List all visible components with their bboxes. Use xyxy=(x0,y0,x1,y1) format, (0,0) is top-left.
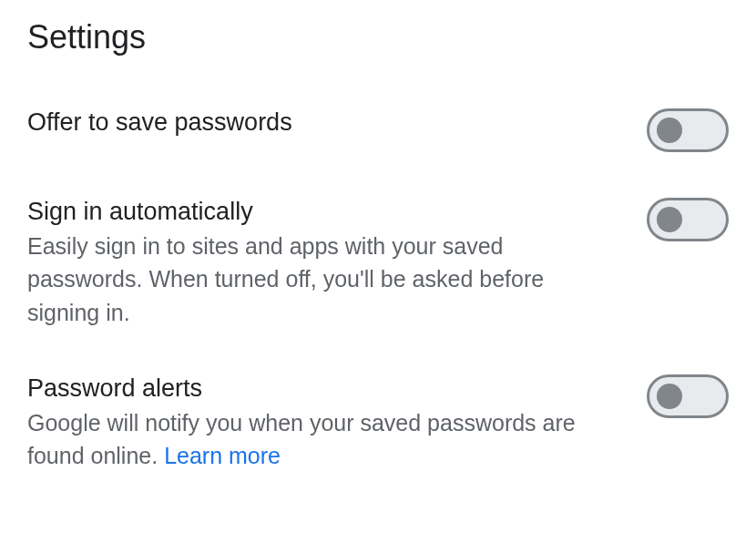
setting-text: Password alerts Google will notify you w… xyxy=(27,373,647,473)
setting-row-sign-in-auto: Sign in automatically Easily sign in to … xyxy=(27,196,729,329)
toggle-knob-icon xyxy=(657,118,682,143)
setting-title: Sign in automatically xyxy=(27,196,619,228)
setting-description-text: Google will notify you when your saved p… xyxy=(27,410,576,468)
setting-row-password-alerts: Password alerts Google will notify you w… xyxy=(27,373,729,473)
page-title: Settings xyxy=(27,18,729,56)
setting-title: Password alerts xyxy=(27,373,619,405)
setting-text: Offer to save passwords xyxy=(27,107,647,138)
setting-row-offer-save: Offer to save passwords xyxy=(27,107,729,152)
setting-description: Easily sign in to sites and apps with yo… xyxy=(27,230,619,329)
toggle-knob-icon xyxy=(657,384,682,409)
toggle-knob-icon xyxy=(657,207,682,232)
setting-text: Sign in automatically Easily sign in to … xyxy=(27,196,647,329)
toggle-offer-save[interactable] xyxy=(647,108,729,152)
learn-more-link[interactable]: Learn more xyxy=(164,443,281,468)
toggle-sign-in-auto[interactable] xyxy=(647,198,729,241)
toggle-password-alerts[interactable] xyxy=(647,374,729,418)
setting-description: Google will notify you when your saved p… xyxy=(27,406,619,473)
setting-title: Offer to save passwords xyxy=(27,107,619,138)
